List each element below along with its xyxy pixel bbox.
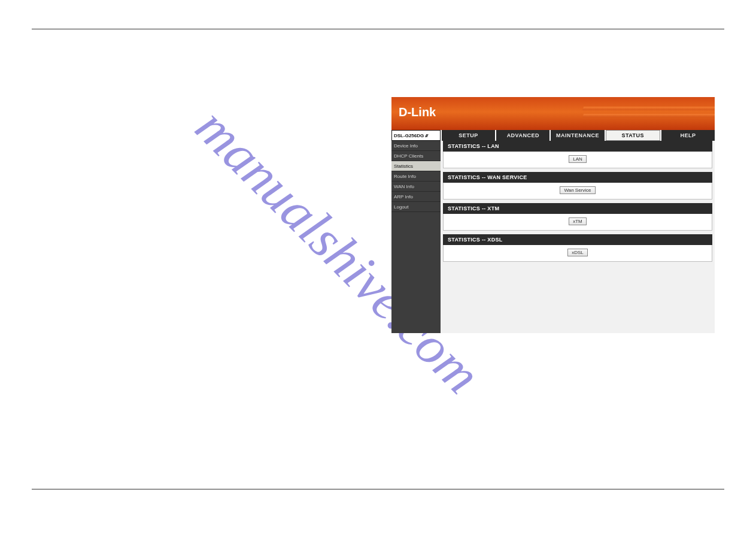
- section-statistics-wan-service: STATISTICS -- WAN SERVICE Wan Service: [443, 172, 712, 200]
- model-text: DSL-G256DG: [394, 133, 424, 138]
- tab-status[interactable]: STATUS: [606, 130, 660, 141]
- banner-stripe-icon: [582, 114, 715, 117]
- section-title: STATISTICS -- XTM: [443, 203, 712, 214]
- sidebar-item-statistics[interactable]: Statistics: [391, 161, 441, 171]
- tab-advanced[interactable]: ADVANCED: [496, 130, 549, 141]
- section-title: STATISTICS -- XDSL: [443, 234, 712, 245]
- brand-banner: D-Link: [391, 97, 715, 130]
- sidebar-item-arp-info[interactable]: ARP Info: [391, 192, 441, 202]
- page-rule-bottom: [32, 489, 724, 489]
- section-statistics-lan: STATISTICS -- LAN LAN: [443, 141, 712, 168]
- content-area: STATISTICS -- LAN LAN STATISTICS -- WAN …: [441, 141, 715, 333]
- section-title: STATISTICS -- LAN: [443, 141, 712, 152]
- section-statistics-xdsl: STATISTICS -- XDSL xDSL: [443, 234, 712, 262]
- wan-service-button[interactable]: Wan Service: [560, 186, 595, 194]
- section-body: xDSL: [443, 245, 712, 262]
- panel-body: Device Info DHCP Clients Statistics Rout…: [391, 141, 715, 333]
- section-body: Wan Service: [443, 183, 712, 200]
- top-nav: DSL-G256DG /// SETUP ADVANCED MAINTENANC…: [391, 130, 715, 141]
- lan-button[interactable]: LAN: [569, 155, 587, 163]
- sidebar-item-route-info[interactable]: Route Info: [391, 171, 441, 182]
- section-body: LAN: [443, 152, 712, 168]
- section-title: STATISTICS -- WAN SERVICE: [443, 172, 712, 183]
- tab-help[interactable]: HELP: [661, 130, 715, 141]
- model-label: DSL-G256DG ///: [391, 130, 441, 141]
- model-slash-icon: ///: [425, 133, 427, 138]
- page-rule-top: [32, 29, 724, 29]
- left-sidebar: Device Info DHCP Clients Statistics Rout…: [391, 141, 441, 333]
- brand-logo: D-Link: [399, 105, 436, 119]
- banner-stripe-icon: [582, 107, 715, 110]
- sidebar-item-logout[interactable]: Logout: [391, 202, 441, 212]
- tab-maintenance[interactable]: MAINTENANCE: [551, 130, 604, 141]
- xdsl-button[interactable]: xDSL: [567, 249, 588, 256]
- xtm-button[interactable]: xTM: [569, 217, 587, 225]
- router-admin-panel: D-Link DSL-G256DG /// SETUP ADVANCED MAI…: [391, 97, 715, 333]
- section-body: xTM: [443, 214, 712, 231]
- sidebar-item-wan-info[interactable]: WAN Info: [391, 182, 441, 192]
- sidebar-item-dhcp-clients[interactable]: DHCP Clients: [391, 151, 441, 161]
- tab-setup[interactable]: SETUP: [442, 130, 495, 141]
- sidebar-item-device-info[interactable]: Device Info: [391, 141, 441, 151]
- section-statistics-xtm: STATISTICS -- XTM xTM: [443, 203, 712, 231]
